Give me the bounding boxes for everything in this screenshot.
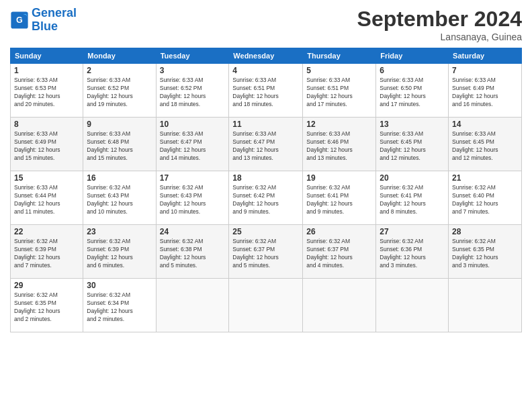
- day-cell: 27Sunrise: 6:32 AMSunset: 6:36 PMDayligh…: [376, 225, 449, 279]
- day-number: 16: [87, 173, 152, 183]
- day-number: 5: [306, 66, 372, 75]
- day-cell: 6Sunrise: 6:33 AMSunset: 6:50 PMDaylight…: [376, 64, 449, 118]
- day-number: 13: [380, 120, 445, 129]
- day-number: 22: [14, 227, 79, 236]
- day-number: 17: [160, 173, 226, 183]
- day-info: Sunrise: 6:32 AMSunset: 6:42 PMDaylight:…: [232, 184, 299, 216]
- day-cell: 9Sunrise: 6:33 AMSunset: 6:48 PMDaylight…: [83, 118, 156, 171]
- day-number: 30: [87, 281, 152, 290]
- day-cell: [303, 279, 376, 332]
- day-number: 19: [306, 173, 372, 183]
- day-number: 3: [160, 66, 226, 75]
- day-cell: 13Sunrise: 6:33 AMSunset: 6:45 PMDayligh…: [376, 118, 449, 171]
- header-cell-friday: Friday: [376, 48, 449, 64]
- day-info: Sunrise: 6:33 AMSunset: 6:45 PMDaylight:…: [380, 130, 445, 163]
- day-number: 12: [306, 120, 372, 129]
- day-info: Sunrise: 6:32 AMSunset: 6:41 PMDaylight:…: [380, 184, 445, 216]
- day-info: Sunrise: 6:32 AMSunset: 6:43 PMDaylight:…: [87, 184, 152, 216]
- logo-line2: Blue: [32, 19, 58, 33]
- logo: G General Blue: [10, 7, 77, 34]
- day-cell: 21Sunrise: 6:32 AMSunset: 6:40 PMDayligh…: [449, 171, 522, 225]
- day-info: Sunrise: 6:33 AMSunset: 6:50 PMDaylight:…: [380, 77, 445, 109]
- header-cell-thursday: Thursday: [303, 48, 376, 64]
- month-title: September 2024: [357, 7, 522, 32]
- day-cell: 24Sunrise: 6:32 AMSunset: 6:38 PMDayligh…: [156, 225, 229, 279]
- day-number: 15: [14, 173, 79, 183]
- day-cell: 22Sunrise: 6:32 AMSunset: 6:39 PMDayligh…: [11, 225, 83, 279]
- day-info: Sunrise: 6:32 AMSunset: 6:37 PMDaylight:…: [232, 238, 299, 270]
- day-info: Sunrise: 6:33 AMSunset: 6:45 PMDaylight:…: [452, 130, 518, 163]
- day-cell: 29Sunrise: 6:32 AMSunset: 6:35 PMDayligh…: [11, 279, 83, 332]
- day-number: 9: [87, 120, 152, 129]
- day-cell: 2Sunrise: 6:33 AMSunset: 6:52 PMDaylight…: [83, 64, 156, 118]
- day-number: 28: [452, 227, 518, 236]
- header-row: SundayMondayTuesdayWednesdayThursdayFrid…: [11, 48, 522, 64]
- day-cell: [156, 279, 229, 332]
- day-info: Sunrise: 6:32 AMSunset: 6:40 PMDaylight:…: [452, 184, 518, 216]
- day-info: Sunrise: 6:33 AMSunset: 6:49 PMDaylight:…: [452, 77, 518, 109]
- day-number: 2: [87, 66, 152, 75]
- day-info: Sunrise: 6:32 AMSunset: 6:35 PMDaylight:…: [14, 291, 79, 324]
- day-cell: 10Sunrise: 6:33 AMSunset: 6:47 PMDayligh…: [156, 118, 229, 171]
- day-info: Sunrise: 6:32 AMSunset: 6:39 PMDaylight:…: [87, 238, 152, 270]
- day-number: 23: [87, 227, 152, 236]
- calendar-table: SundayMondayTuesdayWednesdayThursdayFrid…: [10, 48, 522, 332]
- day-number: 27: [380, 227, 445, 236]
- day-cell: 8Sunrise: 6:33 AMSunset: 6:49 PMDaylight…: [11, 118, 83, 171]
- week-row-5: 29Sunrise: 6:32 AMSunset: 6:35 PMDayligh…: [11, 279, 522, 332]
- day-cell: 28Sunrise: 6:32 AMSunset: 6:35 PMDayligh…: [449, 225, 522, 279]
- day-info: Sunrise: 6:33 AMSunset: 6:52 PMDaylight:…: [87, 77, 152, 109]
- day-number: 6: [380, 66, 445, 75]
- header: G General Blue September 2024 Lansanaya,…: [10, 7, 522, 42]
- day-info: Sunrise: 6:32 AMSunset: 6:36 PMDaylight:…: [380, 238, 445, 270]
- header-cell-sunday: Sunday: [11, 48, 83, 64]
- day-cell: [229, 279, 303, 332]
- day-number: 29: [14, 281, 79, 290]
- day-number: 26: [306, 227, 372, 236]
- day-cell: 14Sunrise: 6:33 AMSunset: 6:45 PMDayligh…: [449, 118, 522, 171]
- logo-line1: General: [32, 6, 77, 19]
- svg-text:G: G: [16, 15, 23, 25]
- day-info: Sunrise: 6:33 AMSunset: 6:51 PMDaylight:…: [232, 77, 299, 109]
- day-info: Sunrise: 6:33 AMSunset: 6:44 PMDaylight:…: [14, 184, 79, 216]
- day-cell: 3Sunrise: 6:33 AMSunset: 6:52 PMDaylight…: [156, 64, 229, 118]
- day-info: Sunrise: 6:32 AMSunset: 6:41 PMDaylight:…: [306, 184, 372, 216]
- logo-text: General Blue: [32, 7, 77, 34]
- week-row-1: 1Sunrise: 6:33 AMSunset: 6:53 PMDaylight…: [11, 64, 522, 118]
- day-number: 24: [160, 227, 226, 236]
- day-number: 20: [380, 173, 445, 183]
- day-number: 7: [452, 66, 518, 75]
- day-number: 4: [232, 66, 299, 75]
- header-cell-tuesday: Tuesday: [156, 48, 229, 64]
- day-number: 8: [14, 120, 79, 129]
- day-number: 10: [160, 120, 226, 129]
- day-cell: [376, 279, 449, 332]
- day-info: Sunrise: 6:32 AMSunset: 6:39 PMDaylight:…: [14, 238, 79, 270]
- day-info: Sunrise: 6:33 AMSunset: 6:51 PMDaylight:…: [306, 77, 372, 109]
- day-info: Sunrise: 6:33 AMSunset: 6:47 PMDaylight:…: [232, 130, 299, 163]
- day-cell: 18Sunrise: 6:32 AMSunset: 6:42 PMDayligh…: [229, 171, 303, 225]
- day-cell: 4Sunrise: 6:33 AMSunset: 6:51 PMDaylight…: [229, 64, 303, 118]
- day-info: Sunrise: 6:32 AMSunset: 6:43 PMDaylight:…: [160, 184, 226, 216]
- title-area: September 2024 Lansanaya, Guinea: [357, 7, 522, 42]
- day-info: Sunrise: 6:33 AMSunset: 6:49 PMDaylight:…: [14, 130, 79, 163]
- day-info: Sunrise: 6:33 AMSunset: 6:46 PMDaylight:…: [306, 130, 372, 163]
- day-cell: 17Sunrise: 6:32 AMSunset: 6:43 PMDayligh…: [156, 171, 229, 225]
- day-cell: 25Sunrise: 6:32 AMSunset: 6:37 PMDayligh…: [229, 225, 303, 279]
- day-cell: 30Sunrise: 6:32 AMSunset: 6:34 PMDayligh…: [83, 279, 156, 332]
- day-cell: 11Sunrise: 6:33 AMSunset: 6:47 PMDayligh…: [229, 118, 303, 171]
- day-cell: 19Sunrise: 6:32 AMSunset: 6:41 PMDayligh…: [303, 171, 376, 225]
- header-cell-saturday: Saturday: [449, 48, 522, 64]
- day-number: 14: [452, 120, 518, 129]
- day-cell: 26Sunrise: 6:32 AMSunset: 6:37 PMDayligh…: [303, 225, 376, 279]
- day-number: 21: [452, 173, 518, 183]
- day-info: Sunrise: 6:32 AMSunset: 6:34 PMDaylight:…: [87, 291, 152, 324]
- day-info: Sunrise: 6:32 AMSunset: 6:38 PMDaylight:…: [160, 238, 226, 270]
- week-row-2: 8Sunrise: 6:33 AMSunset: 6:49 PMDaylight…: [11, 118, 522, 171]
- day-number: 11: [232, 120, 299, 129]
- day-number: 1: [14, 66, 79, 75]
- day-info: Sunrise: 6:33 AMSunset: 6:52 PMDaylight:…: [160, 77, 226, 109]
- day-cell: 12Sunrise: 6:33 AMSunset: 6:46 PMDayligh…: [303, 118, 376, 171]
- day-info: Sunrise: 6:33 AMSunset: 6:53 PMDaylight:…: [14, 77, 79, 109]
- day-number: 18: [232, 173, 299, 183]
